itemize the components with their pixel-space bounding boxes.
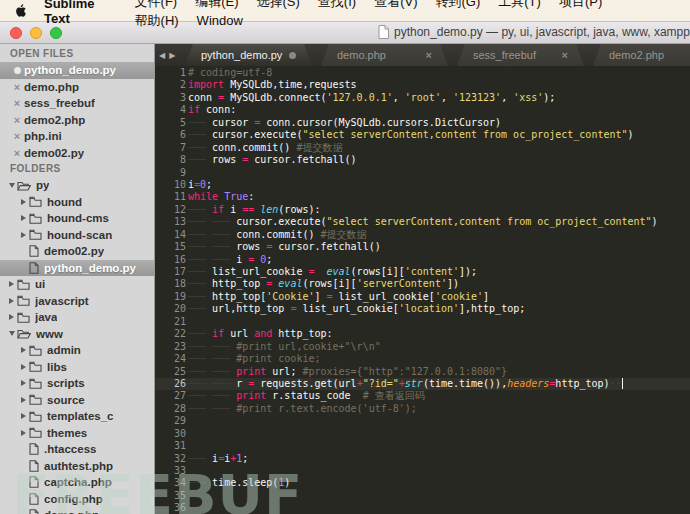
open-file-item[interactable]: ×php.ini [0,128,154,145]
close-file-icon[interactable]: × [10,114,24,126]
close-file-icon[interactable]: × [10,81,24,93]
code-line[interactable]: while True: [188,191,690,203]
menu-item[interactable]: Window [197,13,243,28]
tab-scroll-right-icon[interactable]: ▶ [169,51,175,60]
code-line[interactable]: ─── ─── print r.status_code # 查看返回码 [188,390,690,402]
tree-item[interactable]: py [0,177,154,194]
tree-item[interactable]: hound-cms [0,210,154,227]
tab-close-icon[interactable]: × [562,49,568,61]
app-name[interactable]: Sublime Text [44,0,117,26]
tab-scroll-left-icon[interactable]: ◀ [159,51,165,60]
open-file-item[interactable]: python_demo.py [0,62,154,79]
tree-item[interactable]: hound-scan [0,227,154,244]
tab-demo.php[interactable]: demo.php× [321,44,448,66]
close-file-icon[interactable]: × [10,97,24,109]
menu-item[interactable]: 查看(V) [374,0,417,9]
code-line[interactable] [188,465,690,477]
tree-item[interactable]: demo.php [0,507,154,514]
code-line[interactable]: conn = MySQLdb.connect('127.0.0.1', 'roo… [188,92,690,104]
code-line[interactable]: ─── ─── conn.commit() #提交数据 [188,229,690,241]
code-line[interactable] [188,415,690,427]
code-line[interactable]: ─── list_url_cookie = eval(rows[i]['cont… [188,266,690,278]
code-line[interactable] [188,428,690,440]
disclosure-triangle-icon[interactable] [18,413,29,419]
code-line[interactable]: ─── ─── rows = cursor.fetchall() [188,241,690,253]
tree-item[interactable]: admin [0,342,154,359]
tree-item[interactable]: captcha.php [0,474,154,491]
open-file-item[interactable]: ×demo.php [0,79,154,96]
close-file-icon[interactable]: × [10,130,24,142]
disclosure-triangle-icon[interactable] [6,281,17,287]
code-line[interactable]: ─── if i == len(rows): [188,204,690,216]
menu-item[interactable]: 帮助(H) [135,13,179,28]
menu-item[interactable]: 项目(P) [559,0,602,9]
disclosure-triangle-icon[interactable] [18,397,29,403]
tree-item[interactable]: libs [0,359,154,376]
tree-item[interactable]: demo02.py [0,243,154,260]
code-line[interactable]: # coding=utf-8 [188,67,690,79]
menu-item[interactable]: 选择(S) [257,0,300,9]
code-line[interactable]: ─── time.sleep(1) [188,477,690,489]
tree-item[interactable]: source [0,392,154,409]
disclosure-triangle-icon[interactable] [18,232,29,238]
code-line[interactable]: i=0; [188,179,690,191]
tree-item[interactable]: authtest.php [0,458,154,475]
code-line[interactable] [188,316,690,328]
tab-sess_freebuf[interactable]: sess_freebuf× [457,44,584,66]
code-line[interactable]: ─── conn.commit() #提交数据 [188,142,690,154]
tree-item[interactable]: hound [0,194,154,211]
code-line[interactable]: ─── i=i+1; [188,453,690,465]
code-line[interactable] [188,167,690,179]
tab-demo2.php[interactable]: demo2.php× [593,44,690,66]
disclosure-triangle-icon[interactable] [18,430,29,436]
tree-item[interactable]: www [0,326,154,343]
tree-item[interactable]: config.php [0,491,154,508]
disclosure-triangle-icon[interactable] [18,199,29,205]
code-line[interactable]: ─── ─── print url; #proxies={"http":"127… [188,366,690,378]
tree-item[interactable]: templates_c [0,408,154,425]
code-line[interactable]: ─── ─── r = requests.get(url+"?id="+str(… [188,378,690,390]
tab-python_demo.py[interactable]: python_demo.py [185,44,312,66]
disclosure-triangle-icon[interactable] [6,314,17,320]
menu-item[interactable]: 转到(G) [435,0,480,9]
tree-item[interactable]: ui [0,276,154,293]
tree-item[interactable]: .htaccess [0,441,154,458]
code-line[interactable] [188,440,690,452]
code-line[interactable]: ─── ─── cursor.execute("select serverCon… [188,216,690,228]
close-file-icon[interactable]: × [10,147,24,159]
disclosure-triangle-icon[interactable] [6,298,17,304]
tree-item[interactable]: python_demo.py [0,260,154,277]
code-line[interactable]: ─── ─── #print r.text.encode('utf-8'); [188,403,690,415]
tree-item[interactable]: themes [0,425,154,442]
disclosure-triangle-icon[interactable] [18,347,29,353]
code-line[interactable]: if conn: [188,104,690,116]
tree-item[interactable]: java [0,309,154,326]
open-file-item[interactable]: ×sess_freebuf [0,95,154,112]
code-line[interactable] [188,490,690,502]
code-line[interactable]: ─── ─── #print url,cookie+"\r\n" [188,341,690,353]
disclosure-triangle-icon[interactable] [6,183,17,188]
close-window-button[interactable] [10,27,22,39]
code-line[interactable]: ─── if url and http_top: [188,328,690,340]
apple-icon[interactable] [14,3,28,18]
code-line[interactable]: ─── http_top = eval(rows[i]['serverConte… [188,278,690,290]
menu-item[interactable]: 工具(T) [498,0,541,9]
disclosure-triangle-icon[interactable] [6,331,17,336]
menu-item[interactable]: 编辑(E) [195,0,238,9]
disclosure-triangle-icon[interactable] [18,215,29,221]
code-line[interactable]: ─── cursor.execute("select serverContent… [188,129,690,141]
code-line[interactable]: ─── cursor = conn.cursor(MySQLdb.cursors… [188,117,690,129]
tab-close-icon[interactable]: × [426,49,432,61]
code-line[interactable]: ─── ─── i = 0; [188,254,690,266]
code-line[interactable]: ─── http_top['Cookie'] = list_url_cookie… [188,291,690,303]
disclosure-triangle-icon[interactable] [18,364,29,370]
code-line[interactable]: ─── url,http_top = list_url_cookie['loca… [188,303,690,315]
disclosure-triangle-icon[interactable] [18,380,29,386]
code-line[interactable]: ─── rows = cursor.fetchall() [188,154,690,166]
zoom-window-button[interactable] [50,27,62,39]
code-line[interactable]: import MySQLdb,time,requests [188,79,690,91]
minimize-window-button[interactable] [30,27,42,39]
menu-item[interactable]: 查找(I) [318,0,356,9]
open-file-item[interactable]: ×demo02.py [0,145,154,162]
tree-item[interactable]: scripts [0,375,154,392]
